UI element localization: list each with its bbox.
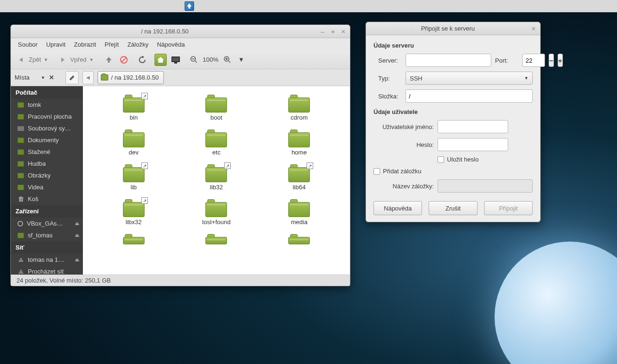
sidebar-item[interactable]: VBox_GAs…⏏	[11, 218, 83, 229]
sidebar-item[interactable]: Dokumenty	[11, 134, 83, 146]
sidebar-item[interactable]: 🗑Koš	[11, 193, 83, 205]
menu-help[interactable]: Nápověda	[154, 40, 188, 49]
server-input[interactable]	[406, 54, 491, 67]
up-button[interactable]	[103, 54, 115, 66]
file-item[interactable]: cdrom	[258, 93, 341, 123]
dlg-close-button[interactable]: ×	[530, 25, 537, 32]
menu-edit[interactable]: Upravit	[43, 40, 69, 49]
dlg-titlebar[interactable]: Připojit se k serveru ×	[366, 22, 540, 35]
places-dropdown[interactable]: ▼	[41, 75, 45, 80]
port-increment[interactable]: +	[558, 54, 563, 67]
breadcrumb[interactable]: / na 192.168.0.50	[97, 71, 164, 84]
file-name: media	[291, 218, 307, 226]
pathbar: Místa ▼ ✕ ◄ / na 192.168.0.50	[11, 69, 350, 86]
folder-icon	[205, 199, 227, 217]
eject-icon[interactable]: ⏏	[75, 221, 79, 226]
server-section-label: Údaje serveru	[373, 42, 533, 49]
sidebar-close-icon[interactable]: ✕	[49, 74, 54, 81]
connect-button[interactable]: Připojit	[484, 201, 533, 215]
menu-go[interactable]: Přejít	[101, 40, 122, 49]
file-item[interactable]	[258, 232, 341, 246]
file-name: etc	[212, 149, 220, 156]
sidebar-item[interactable]: Hudba	[11, 158, 83, 170]
save-password-check[interactable]: Uložit heslo	[438, 156, 479, 163]
sidebar-item-label: Procházet síť	[28, 268, 64, 275]
sidebar-item[interactable]: Souborový sy…	[11, 122, 83, 134]
folder-icon	[101, 74, 108, 81]
file-item[interactable]: media	[258, 197, 341, 227]
icon-view[interactable]: ↗binbootcdromdevetchome↗lib↗lib32↗lib64↗…	[83, 86, 350, 275]
folder-input[interactable]	[406, 89, 533, 103]
checkbox-icon	[373, 168, 380, 175]
file-item[interactable]: ↗lib	[92, 162, 175, 193]
menubar: Soubor Upravit Zobrazit Přejít Záložky N…	[11, 38, 350, 50]
zoom-out-button[interactable]	[188, 54, 200, 66]
password-input[interactable]	[438, 138, 508, 151]
fm-titlebar[interactable]: / na 192.168.0.50 – + ×	[11, 25, 350, 38]
minimize-button[interactable]: –	[319, 28, 326, 35]
type-label: Typ:	[378, 75, 402, 82]
maximize-button[interactable]: +	[329, 28, 337, 35]
folder-icon	[288, 199, 310, 217]
svg-rect-4	[174, 62, 177, 64]
places-label: Místa	[15, 74, 30, 81]
username-label: Uživatelské jméno:	[378, 123, 434, 130]
file-item[interactable]: ↗bin	[92, 93, 175, 123]
sidebar-item[interactable]: Videa	[11, 181, 83, 193]
folder-icon	[123, 129, 145, 147]
sidebar-item-label: tomas na 1…	[28, 256, 64, 263]
stop-button[interactable]	[118, 54, 130, 66]
type-select[interactable]: SSH ▼	[406, 72, 533, 85]
svg-line-6	[195, 61, 197, 63]
sidebar-item[interactable]: sf_tomas⏏	[11, 229, 83, 241]
file-item[interactable]: etc	[175, 128, 258, 158]
cancel-button[interactable]: Zrušit	[429, 201, 477, 215]
close-button[interactable]: ×	[340, 28, 347, 35]
file-item[interactable]: boot	[175, 93, 258, 123]
file-name: bin	[130, 114, 138, 121]
file-name: dev	[129, 149, 138, 156]
file-name: lib	[130, 184, 137, 191]
port-input[interactable]	[522, 54, 545, 67]
file-item[interactable]: home	[258, 128, 341, 158]
net-icon: 🖧	[17, 269, 24, 275]
file-item[interactable]	[175, 232, 258, 246]
help-button[interactable]: Nápověda	[373, 201, 422, 215]
eject-icon[interactable]: ⏏	[75, 233, 79, 238]
file-item[interactable]: ↗lib32	[175, 162, 258, 193]
file-item[interactable]: dev	[92, 128, 175, 158]
sidebar-item-label: Obrázky	[28, 172, 50, 179]
sidebar-item[interactable]: Obrázky	[11, 170, 83, 181]
computer-button[interactable]	[170, 54, 182, 66]
edit-path-button[interactable]	[65, 71, 79, 84]
menu-view[interactable]: Zobrazit	[71, 40, 99, 49]
sidebar-item[interactable]: tomk	[11, 99, 83, 111]
reload-button[interactable]	[136, 54, 148, 66]
file-item[interactable]: ↗lib64	[258, 162, 341, 193]
port-decrement[interactable]: −	[549, 54, 554, 67]
username-input[interactable]	[438, 120, 508, 133]
server-label: Server:	[378, 57, 402, 64]
sidebar-item[interactable]: Pracovní plocha	[11, 111, 83, 122]
zoom-level: 100%	[203, 56, 219, 63]
forward-button[interactable]: Vpřed ▼	[57, 54, 97, 65]
eject-icon[interactable]: ⏏	[75, 257, 79, 262]
file-name: lost+found	[202, 218, 230, 226]
back-button[interactable]: Zpět ▼	[16, 54, 51, 65]
zoom-in-button[interactable]	[221, 54, 234, 66]
path-back-arrow[interactable]: ◄	[82, 71, 94, 84]
add-bookmark-check[interactable]: Přidat záložku	[373, 168, 533, 175]
home-button[interactable]	[154, 54, 167, 66]
sidebar-item[interactable]: 🖧tomas na 1…⏏	[11, 254, 83, 266]
file-item[interactable]	[92, 232, 175, 246]
sidebar-item[interactable]: 🖧Procházet síť	[11, 266, 83, 275]
menu-file[interactable]: Soubor	[15, 40, 41, 49]
file-item[interactable]: ↗libx32	[92, 197, 175, 227]
menu-bookmarks[interactable]: Záložky	[124, 40, 152, 49]
file-item[interactable]: lost+found	[175, 197, 258, 227]
symlink-badge-icon: ↗	[307, 162, 313, 169]
sidebar-item-label: sf_tomas	[28, 232, 53, 239]
taskbar-app-icon[interactable]	[185, 1, 194, 11]
statusbar: 24 položek, Volné místo: 250,1 GB	[11, 275, 350, 286]
sidebar-item[interactable]: Stažené	[11, 146, 83, 158]
